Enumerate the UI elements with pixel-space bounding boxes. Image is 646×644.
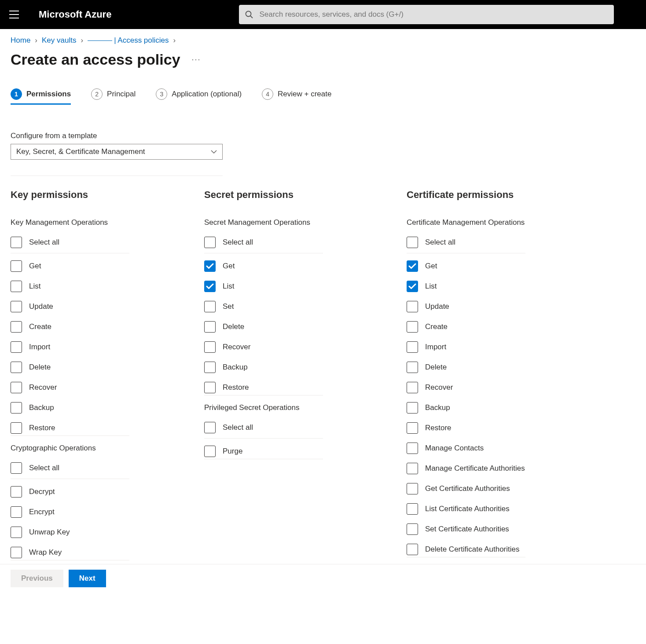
permission-checkbox[interactable]	[204, 260, 216, 272]
permission-label[interactable]: Recover	[223, 343, 250, 351]
permission-label[interactable]: Recover	[29, 383, 57, 392]
certificate-permissions-column: Certificate permissionsCertificate Manag…	[407, 189, 600, 568]
permission-label[interactable]: Restore	[425, 424, 451, 432]
permission-label[interactable]: Backup	[223, 363, 248, 372]
permission-label[interactable]: Restore	[29, 424, 55, 432]
permission-label[interactable]: Wrap Key	[29, 548, 62, 557]
permission-label[interactable]: Get Certificate Authorities	[425, 484, 510, 493]
select-all-label[interactable]: Select all	[223, 423, 253, 432]
permission-label[interactable]: Decrypt	[29, 487, 55, 496]
breadcrumb-home[interactable]: Home	[11, 36, 30, 45]
permission-checkbox[interactable]	[11, 402, 22, 413]
permission-label[interactable]: List	[29, 282, 40, 291]
permission-checkbox[interactable]	[407, 544, 418, 555]
permission-checkbox[interactable]	[407, 422, 418, 434]
permission-label[interactable]: Purge	[223, 447, 242, 456]
permission-checkbox[interactable]	[11, 260, 22, 272]
permission-label[interactable]: Delete	[29, 363, 51, 372]
permission-checkbox[interactable]	[407, 341, 418, 353]
permission-label[interactable]: Unwrap Key	[29, 528, 70, 537]
permission-checkbox[interactable]	[204, 301, 216, 312]
permission-checkbox[interactable]	[204, 321, 216, 333]
permission-label[interactable]: Import	[29, 343, 50, 351]
permission-checkbox[interactable]	[11, 321, 22, 333]
select-all-checkbox[interactable]	[11, 462, 22, 474]
hamburger-menu-icon[interactable]	[7, 7, 21, 22]
permission-checkbox[interactable]	[204, 281, 216, 292]
permission-label[interactable]: List Certificate Authorities	[425, 505, 510, 513]
permission-label[interactable]: Delete Certificate Authorities	[425, 545, 520, 554]
permission-checkbox[interactable]	[407, 260, 418, 272]
permission-checkbox[interactable]	[407, 382, 418, 393]
permission-label[interactable]: Get	[425, 262, 437, 271]
tab-permissions[interactable]: 1 Permissions	[11, 88, 71, 104]
select-all-checkbox[interactable]	[11, 237, 22, 248]
permission-checkbox[interactable]	[407, 463, 418, 474]
breadcrumb: Home › Key vaults › _____ | Access polic…	[11, 36, 635, 45]
permission-checkbox[interactable]	[407, 402, 418, 413]
permission-label[interactable]: Update	[29, 302, 53, 311]
previous-button[interactable]: Previous	[11, 570, 63, 587]
permission-checkbox[interactable]	[407, 281, 418, 292]
permission-label[interactable]: Delete	[223, 322, 244, 331]
select-all-checkbox[interactable]	[204, 237, 216, 248]
permission-label[interactable]: Set	[223, 302, 234, 311]
permission-label[interactable]: List	[425, 282, 437, 291]
permission-checkbox[interactable]	[407, 301, 418, 312]
select-all-label[interactable]: Select all	[223, 238, 253, 247]
template-dropdown[interactable]: Key, Secret, & Certificate Management	[11, 144, 223, 160]
next-button[interactable]: Next	[69, 570, 106, 587]
tab-application[interactable]: 3 Application (optional)	[156, 88, 242, 104]
select-all-checkbox[interactable]	[407, 237, 418, 248]
permission-label[interactable]: Delete	[425, 363, 447, 372]
permission-label[interactable]: Backup	[425, 403, 450, 412]
more-actions-icon[interactable]: ···	[192, 55, 201, 64]
permission-checkbox[interactable]	[407, 443, 418, 454]
permission-checkbox[interactable]	[11, 547, 22, 558]
permission-label[interactable]: Backup	[29, 403, 54, 412]
permission-label[interactable]: Create	[425, 322, 448, 331]
permission-label[interactable]: Get	[223, 262, 235, 271]
permission-label[interactable]: Import	[425, 343, 446, 351]
permission-checkbox[interactable]	[407, 321, 418, 333]
permission-label[interactable]: Encrypt	[29, 508, 55, 516]
permission-checkbox[interactable]	[11, 486, 22, 498]
permission-checkbox[interactable]	[204, 362, 216, 373]
select-all-label[interactable]: Select all	[29, 464, 59, 472]
permission-checkbox[interactable]	[11, 506, 22, 518]
permission-checkbox[interactable]	[11, 281, 22, 292]
search-input[interactable]	[253, 10, 608, 19]
permission-label[interactable]: Set Certificate Authorities	[425, 525, 509, 534]
permission-label[interactable]: Recover	[425, 383, 453, 392]
permission-label[interactable]: List	[223, 282, 234, 291]
permission-checkbox[interactable]	[407, 483, 418, 494]
breadcrumb-access-policies[interactable]: _____ | Access policies| Access policies	[88, 36, 169, 45]
select-all-label[interactable]: Select all	[425, 238, 455, 247]
search-box[interactable]	[239, 5, 614, 24]
tab-principal[interactable]: 2 Principal	[91, 88, 136, 104]
select-all-checkbox[interactable]	[204, 422, 216, 433]
permission-checkbox[interactable]	[11, 301, 22, 312]
permission-checkbox[interactable]	[204, 341, 216, 353]
permission-checkbox[interactable]	[407, 523, 418, 535]
permission-label[interactable]: Create	[29, 322, 51, 331]
permission-checkbox[interactable]	[204, 382, 216, 393]
permission-label[interactable]: Update	[425, 302, 449, 311]
permission-checkbox[interactable]	[204, 446, 216, 457]
permission-checkbox[interactable]	[11, 341, 22, 353]
permission-checkbox[interactable]	[407, 362, 418, 373]
permission-label[interactable]: Restore	[223, 383, 249, 392]
permission-checkbox[interactable]	[407, 503, 418, 515]
permission-label[interactable]: Get	[29, 262, 41, 271]
select-all-label[interactable]: Select all	[29, 238, 59, 247]
search-icon	[245, 11, 253, 18]
permission-checkbox[interactable]	[11, 422, 22, 434]
breadcrumb-key-vaults[interactable]: Key vaults	[42, 36, 76, 45]
permission-checkbox[interactable]	[11, 362, 22, 373]
permission-label[interactable]: Manage Contacts	[425, 444, 484, 453]
permission-checkbox[interactable]	[11, 527, 22, 538]
chevron-right-icon: ›	[173, 36, 176, 45]
tab-review-create[interactable]: 4 Review + create	[262, 88, 331, 104]
permission-checkbox[interactable]	[11, 382, 22, 393]
permission-label[interactable]: Manage Certificate Authorities	[425, 464, 525, 473]
